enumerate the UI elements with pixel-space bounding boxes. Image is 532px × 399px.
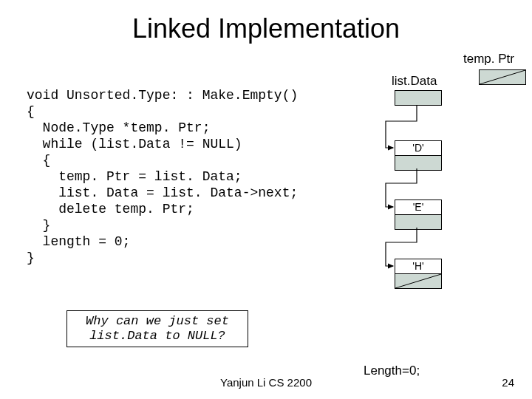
code-block: void Unsorted.Type: : Make.Empty() { Nod…	[27, 87, 298, 266]
arrows	[377, 69, 525, 321]
footer-center: Yanjun Li CS 2200	[0, 376, 532, 389]
slide-number: 24	[502, 376, 514, 389]
page-title: Linked Implementation	[0, 13, 532, 44]
why-line1: Why can we just set	[67, 314, 248, 329]
tempptr-label: temp. Ptr	[463, 52, 514, 66]
why-line2: list.Data to NULL?	[67, 329, 248, 344]
linked-list-diagram: 'D' 'E' 'H'	[377, 69, 525, 343]
why-box: Why can we just set list.Data to NULL?	[66, 310, 248, 347]
